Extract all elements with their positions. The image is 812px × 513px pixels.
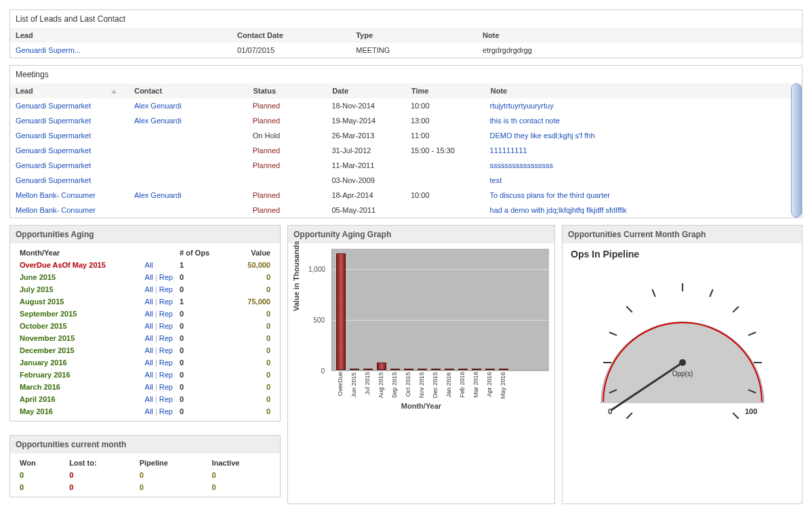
date: 11-Mar-2011 — [326, 158, 405, 173]
gauge-max: 100 — [745, 407, 757, 415]
note-link[interactable]: 111111111 — [490, 146, 527, 155]
lead-link[interactable]: Genuardi Supermarket — [16, 146, 91, 155]
rep-link[interactable]: Rep — [159, 395, 173, 403]
lead-link[interactable]: Genuardi Supermarket — [16, 176, 91, 184]
lead-link[interactable]: Mellon Bank- Consumer — [16, 191, 96, 199]
col-note[interactable]: Note — [477, 28, 802, 43]
value: 0 — [226, 272, 273, 283]
all-link[interactable]: All — [145, 407, 153, 415]
rep-link[interactable]: Rep — [159, 371, 173, 379]
col-lead[interactable]: Lead — [10, 83, 129, 98]
col-note[interactable]: Note — [485, 83, 802, 98]
table-row: Mellon Bank- ConsumerPlanned05-May-2011h… — [10, 203, 800, 218]
bar[interactable] — [431, 369, 441, 370]
ops: 1 — [177, 296, 224, 307]
lost: 0 — [64, 470, 132, 480]
all-link[interactable]: All — [145, 261, 153, 269]
rep-link[interactable]: Rep — [159, 322, 173, 330]
won: 0 — [14, 470, 62, 480]
all-link[interactable]: All — [145, 273, 153, 281]
meetings-scroll[interactable]: Genuardi SupermarketAlex GenuardiPlanned… — [10, 98, 802, 218]
ops: 0 — [177, 321, 224, 331]
all-link[interactable]: All — [145, 297, 153, 306]
table-row: December 2015All | Rep00 — [17, 345, 273, 356]
col-time[interactable]: Time — [406, 83, 485, 98]
bar[interactable] — [363, 369, 373, 370]
table-row: July 2015All | Rep00 — [17, 284, 273, 295]
value: 0 — [226, 284, 273, 295]
bar[interactable] — [418, 369, 427, 370]
bar[interactable] — [472, 369, 481, 370]
bar[interactable] — [404, 369, 413, 370]
status: Planned — [247, 143, 327, 158]
table-row: August 2015All | Rep175,000 — [17, 296, 273, 307]
date: 18-Apr-2014 — [326, 188, 405, 203]
bar[interactable] — [499, 369, 508, 370]
all-link[interactable]: All — [145, 383, 153, 391]
col-lost: Lost to: — [64, 457, 132, 468]
all-link[interactable]: All — [145, 322, 153, 330]
xtick: May 2016 — [498, 372, 508, 399]
value: 50,000 — [226, 260, 273, 270]
links: All | Rep — [142, 357, 176, 368]
lead-link[interactable]: Mellon Bank- Consumer — [16, 206, 96, 214]
note-link[interactable]: To discuss plans for the third quarter — [490, 191, 610, 199]
all-link[interactable]: All — [145, 346, 153, 354]
note-link[interactable]: sssssssssssssssss — [490, 161, 554, 169]
all-link[interactable]: All — [145, 310, 153, 318]
links: All | Rep — [142, 296, 176, 307]
contact-link[interactable]: Alex Genuardi — [134, 117, 182, 125]
note-link[interactable]: this is th contact note — [490, 117, 560, 125]
lead-link[interactable]: Genuardi Superm... — [16, 46, 81, 54]
rep-link[interactable]: Rep — [159, 310, 173, 318]
note-link[interactable]: DEMO they like esdl;kghj s'f fhh — [490, 131, 595, 140]
lead-link[interactable]: Genuardi Supermarket — [16, 161, 91, 169]
all-link[interactable]: All — [145, 371, 153, 379]
rep-link[interactable]: Rep — [159, 383, 173, 391]
rep-link[interactable]: Rep — [159, 346, 173, 354]
value: 0 — [226, 333, 273, 344]
ops: 0 — [177, 406, 224, 417]
lead-link[interactable]: Genuardi Supermarket — [16, 131, 91, 140]
chart-xlabel: Month/Year — [293, 399, 549, 410]
bar[interactable] — [336, 253, 346, 371]
bar[interactable] — [485, 369, 495, 370]
value: 0 — [226, 357, 273, 368]
all-link[interactable]: All — [145, 334, 153, 342]
bar[interactable] — [350, 369, 359, 370]
all-link[interactable]: All — [145, 285, 153, 293]
xtick: Mar 2016 — [471, 372, 481, 399]
bar[interactable] — [390, 369, 400, 370]
rep-link[interactable]: Rep — [159, 407, 173, 415]
col-contact[interactable]: Contact — [129, 83, 247, 98]
rep-link[interactable]: Rep — [159, 285, 173, 293]
all-link[interactable]: All — [145, 395, 153, 403]
rep-link[interactable]: Rep — [159, 358, 173, 367]
lead-link[interactable]: Genuardi Supermarket — [16, 117, 91, 125]
col-contact-date[interactable]: Contact Date — [232, 28, 350, 43]
time — [405, 203, 485, 218]
contact-link[interactable]: Alex Genuardi — [134, 191, 182, 199]
contact-link[interactable]: Alex Genuardi — [134, 102, 182, 110]
rep-link[interactable]: Rep — [159, 273, 173, 281]
bar[interactable] — [458, 369, 468, 370]
all-link[interactable]: All — [145, 358, 153, 367]
col-lead[interactable]: Lead — [10, 28, 232, 43]
ops: 0 — [177, 369, 224, 380]
bar[interactable] — [445, 369, 454, 370]
rep-link[interactable]: Rep — [159, 334, 173, 342]
col-date[interactable]: Date — [327, 83, 406, 98]
note-link[interactable]: test — [490, 176, 502, 184]
scrollbar[interactable] — [791, 83, 802, 218]
panel-title: Meetings — [10, 66, 802, 83]
col-type[interactable]: Type — [350, 28, 477, 43]
note-link[interactable]: had a demo with jdq;lkfqjhtfq flkjdff sf… — [490, 206, 627, 214]
col-month: Month/Year — [17, 247, 141, 258]
bar[interactable] — [377, 363, 386, 370]
col-status[interactable]: Status — [247, 83, 327, 98]
xtick: Dec 2015 — [430, 372, 440, 399]
rep-link[interactable]: Rep — [159, 297, 173, 306]
note-link[interactable]: rtujytrtuyrtyuuryrtuy — [490, 102, 554, 110]
aging-bar-chart: Value in Thousands 05001,000 OverDueJun … — [288, 243, 554, 413]
lead-link[interactable]: Genuardi Supermarket — [16, 102, 91, 110]
